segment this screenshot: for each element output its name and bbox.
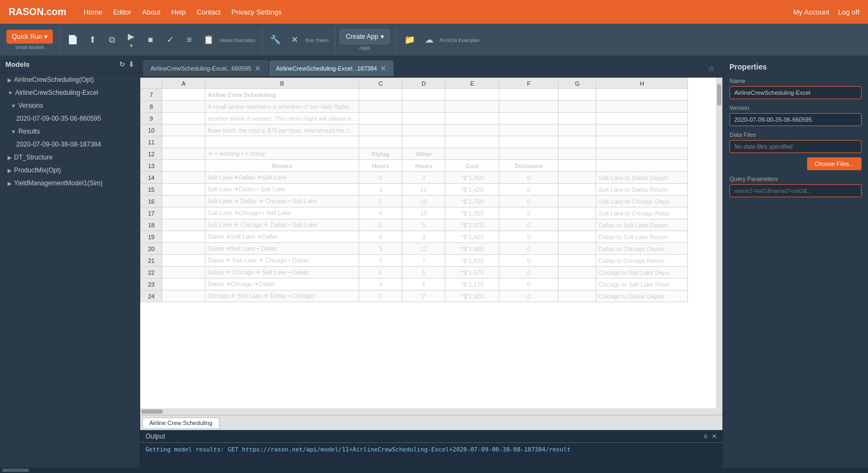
spreadsheet[interactable]: A B C D E F G H [140,78,722,408]
cell-8-c[interactable] [359,101,402,113]
cell-16-c[interactable]: 5 [359,196,402,207]
cell-23-h[interactable]: Chicago to Salt Lake Retur [596,279,688,290]
nav-about[interactable]: About [142,8,161,16]
cell-20-d[interactable]: 12 [402,243,445,255]
cell-15-c[interactable]: 3 [359,184,402,196]
cell-20-f[interactable]: 0 [499,243,559,255]
cell-13-g[interactable] [559,160,596,172]
cell-8-h[interactable] [596,101,688,113]
cell-12-h[interactable] [596,148,688,160]
cell-20-g[interactable] [559,243,596,255]
nav-my-account[interactable]: My Account [793,8,829,16]
sheet-tab-airline-crew[interactable]: Airline Crew Scheduling [142,418,219,428]
cell-17-h[interactable]: Salt Lake to Chicago Retur [596,207,688,219]
cell-10-g[interactable] [559,124,596,136]
cell-15-a[interactable] [162,184,205,196]
tab-660595[interactable]: AirlineCrewScheduling-Excel...660595 ✕ [143,60,268,76]
cell-10-f[interactable] [499,124,559,136]
cell-15-g[interactable] [559,184,596,196]
cell-7-e[interactable] [445,89,499,101]
prop-query-params-input[interactable] [729,184,862,197]
cell-16-g[interactable] [559,196,596,207]
nav-contact[interactable]: Contact [196,8,221,16]
sidebar-item-results[interactable]: ▼ Results [0,125,140,138]
cell-24-a[interactable] [162,290,205,302]
cell-12-d[interactable]: Other [402,148,445,160]
cell-11-h[interactable] [596,136,688,148]
vertical-scrollbar[interactable] [716,78,722,408]
cell-8-f[interactable] [499,101,559,113]
check-button[interactable]: ✓ [161,32,178,47]
choose-files-button[interactable]: Choose Files... [807,157,862,170]
cell-22-g[interactable] [559,267,596,279]
cell-13-f[interactable]: Decisions [499,160,559,172]
cell-19-h[interactable]: Dallas to Salt Lake Return [596,231,688,243]
cell-17-b[interactable]: Salt Lake ✈Chicago • Salt Lake [205,207,359,219]
cell-18-e[interactable]: *$"1,575 [445,219,499,231]
cell-20-c[interactable]: 3 [359,243,402,255]
cell-23-d[interactable]: 5 [402,279,445,290]
sidebar-download-icon[interactable]: ⬇ [128,60,134,68]
cell-12-f[interactable] [499,148,559,160]
cell-11-d[interactable] [402,136,445,148]
cell-23-e[interactable]: *$"1,175 [445,279,499,290]
cell-24-c[interactable]: 7 [359,290,402,302]
cell-22-b[interactable]: Dallas ✈ Chicago ✈ Salt Lake • Dallas [205,267,359,279]
prop-version-input[interactable] [729,113,862,126]
wrench-button[interactable]: 🔧 [267,32,284,47]
cell-8-d[interactable] [402,101,445,113]
sidebar-item-airlinecrewscheduling-opt[interactable]: ▶ AirlineCrewScheduling(Opt) [0,73,140,86]
cell-18-c[interactable]: 6 [359,219,402,231]
cell-17-a[interactable] [162,207,205,219]
folder-button[interactable]: 📁 [401,32,418,47]
cell-10-a[interactable] [162,124,205,136]
cell-12-c[interactable]: Flying [359,148,402,160]
cell-18-d[interactable]: 5 [402,219,445,231]
cell-16-h[interactable]: Salt Lake to Chicago Depa [596,196,688,207]
cell-14-h[interactable]: Salt Lake to Dallas Depart [596,172,688,184]
cell-22-d[interactable]: 5 [402,267,445,279]
sidebar-refresh-icon[interactable]: ↻ [119,60,125,68]
horizontal-scrollbar[interactable] [140,408,722,415]
sidebar-item-airlinecrewscheduling-excel[interactable]: ▼ AirlineCrewScheduling-Excel [0,86,140,99]
cell-23-c[interactable]: 4 [359,279,402,290]
cell-12-e[interactable] [445,148,499,160]
cell-13-h[interactable] [596,160,688,172]
cell-14-g[interactable] [559,172,596,184]
cell-21-c[interactable]: 7 [359,255,402,267]
cell-13-c[interactable]: Hours [359,160,402,172]
cell-13-a[interactable] [162,160,205,172]
tab-star[interactable]: ☆ [704,62,719,75]
cell-7-g[interactable] [559,89,596,101]
cell-16-e[interactable]: *$"1,750 [445,196,499,207]
cell-21-d[interactable]: 7 [402,255,445,267]
cell-9-d[interactable] [402,113,445,124]
cell-17-g[interactable] [559,207,596,219]
cell-20-b[interactable]: Dallas ✈Salt Lake • Dallas [205,243,359,255]
cell-7-b[interactable]: Airline Crew Scheduling [205,89,359,101]
sidebar-item-dt-structure[interactable]: ▶ DT_Structure [0,151,140,164]
cell-21-a[interactable] [162,255,205,267]
cell-7-f[interactable] [499,89,559,101]
cell-21-b[interactable]: Dallas ✈ Salt Lake ✈ Chicago • Dallas [205,255,359,267]
cell-23-a[interactable] [162,279,205,290]
sidebar-item-version-660595[interactable]: 2020-07-09-00-35-06-660595 [0,112,140,125]
cell-19-a[interactable] [162,231,205,243]
run-token-close-button[interactable]: ✕ [286,32,304,47]
cell-12-b[interactable]: ✈ = working • = riding [205,148,359,160]
cell-21-e[interactable]: *$"1,925 [445,255,499,267]
cell-24-g[interactable] [559,290,596,302]
cell-11-e[interactable] [445,136,499,148]
cell-10-b[interactable]: flown back, the cost is $75 per hour. Ho… [205,124,359,136]
nav-editor[interactable]: Editor [113,8,132,16]
cell-19-f[interactable]: 0 [499,231,559,243]
cell-20-a[interactable] [162,243,205,255]
cell-15-h[interactable]: Salt Lake to Dallas Return [596,184,688,196]
cell-19-g[interactable] [559,231,596,243]
cell-16-d[interactable]: 10 [402,196,445,207]
stop-button[interactable]: ■ [142,33,159,47]
list-button[interactable]: ≡ [181,33,198,47]
cell-9-a[interactable] [162,113,205,124]
cell-23-b[interactable]: Dallas ✈Chicago ✈Dallas [205,279,359,290]
cell-17-f[interactable]: 0 [499,207,559,219]
